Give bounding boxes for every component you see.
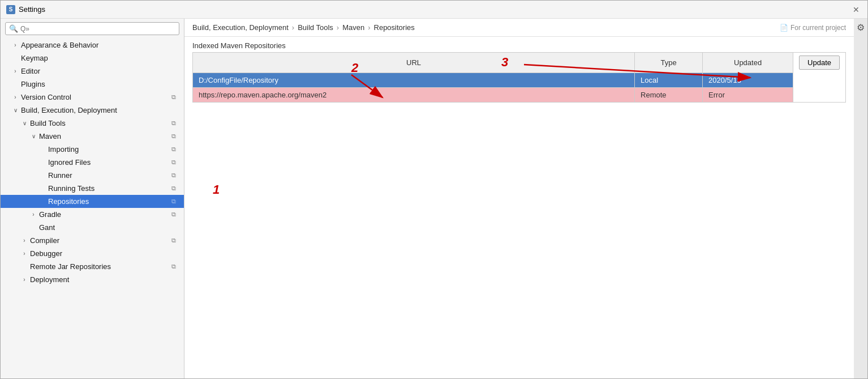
- sidebar-item-label: Importing: [48, 145, 169, 154]
- repo-table: URL Type Updated Update D:/ConfigFile/Re…: [192, 52, 846, 103]
- copy-icon: ⧉: [171, 198, 179, 206]
- sidebar: 🔍 › Appearance & Behavior Keymap › Edito…: [1, 19, 184, 378]
- sidebar-item-label: Build Tools: [30, 119, 169, 127]
- sidebar-item-label: Running Tests: [48, 184, 169, 193]
- sidebar-item-compiler[interactable]: › Compiler ⧉: [1, 234, 184, 247]
- main-content: 🔍 › Appearance & Behavior Keymap › Edito…: [1, 19, 867, 378]
- sidebar-item-deployment[interactable]: › Deployment: [1, 273, 184, 286]
- sidebar-item-remote-jar[interactable]: Remote Jar Repositories ⧉: [1, 260, 184, 273]
- sidebar-item-ignored-files[interactable]: Ignored Files ⧉: [1, 156, 184, 169]
- sidebar-item-maven[interactable]: ∨ Maven ⧉: [1, 130, 184, 143]
- arrow-icon: ›: [30, 211, 37, 218]
- sidebar-item-label: Runner: [48, 171, 169, 180]
- cell-updated: 2020/5/13: [703, 73, 793, 87]
- update-button[interactable]: Update: [799, 56, 840, 70]
- col-header-updated: Updated: [703, 53, 793, 73]
- app-icon: S: [6, 5, 15, 14]
- sidebar-item-version-control[interactable]: › Version Control ⧉: [1, 91, 184, 104]
- sidebar-item-label: Appearance & Behavior: [21, 41, 179, 49]
- document-icon: 📄: [780, 24, 788, 32]
- table-wrapper: URL Type Updated Update D:/ConfigFile/Re…: [192, 52, 846, 103]
- col-header-url: URL: [193, 53, 635, 73]
- sidebar-item-label: Version Control: [21, 93, 169, 101]
- cell-type: Local: [635, 73, 703, 87]
- sidebar-item-label: Gradle: [39, 210, 169, 219]
- sidebar-item-repositories[interactable]: Repositories ⧉: [1, 195, 184, 208]
- title-bar: S Settings ✕: [1, 1, 867, 19]
- arrow-icon: ∨: [12, 107, 19, 113]
- window-title: Settings: [19, 5, 45, 14]
- table-header-row: URL Type Updated Update: [193, 53, 846, 73]
- cell-action: [793, 73, 846, 87]
- breadcrumb: Build, Execution, Deployment › Build Too…: [184, 19, 854, 37]
- nav-group: › Appearance & Behavior Keymap › Editor …: [1, 39, 184, 286]
- copy-icon: ⧉: [171, 263, 179, 271]
- sidebar-item-label: Maven: [39, 132, 169, 140]
- sidebar-item-label: Editor: [21, 67, 179, 75]
- copy-icon: ⧉: [171, 133, 179, 140]
- sidebar-item-gradle[interactable]: › Gradle ⧉: [1, 208, 184, 221]
- search-box[interactable]: 🔍: [5, 22, 179, 35]
- col-header-action: Update: [793, 53, 846, 73]
- sidebar-item-label: Keymap: [21, 54, 179, 62]
- cell-url: https://repo.maven.apache.org/maven2: [193, 87, 635, 102]
- cell-type: Remote: [635, 87, 703, 102]
- sidebar-item-label: Debugger: [30, 249, 179, 258]
- arrow-icon: ›: [12, 94, 19, 100]
- sidebar-item-label: Repositories: [48, 197, 169, 206]
- sidebar-item-gant[interactable]: Gant: [1, 221, 184, 234]
- breadcrumb-part-3: Maven: [342, 23, 364, 32]
- arrow-icon: ›: [21, 276, 28, 283]
- sidebar-item-running-tests[interactable]: Running Tests ⧉: [1, 182, 184, 195]
- breadcrumb-sep-1: ›: [292, 23, 294, 32]
- copy-icon: ⧉: [171, 120, 179, 127]
- table-row[interactable]: https://repo.maven.apache.org/maven2 Rem…: [193, 87, 846, 102]
- sidebar-item-label: Plugins: [21, 80, 179, 88]
- cell-updated: Error: [703, 87, 793, 102]
- arrow-icon: ∨: [21, 120, 28, 126]
- sidebar-item-runner[interactable]: Runner ⧉: [1, 169, 184, 182]
- sidebar-item-label: Deployment: [30, 275, 179, 284]
- sidebar-item-build-exec[interactable]: ∨ Build, Execution, Deployment: [1, 104, 184, 117]
- svg-text:1: 1: [213, 182, 220, 197]
- copy-icon: ⧉: [171, 211, 179, 219]
- search-icon: 🔍: [9, 24, 18, 33]
- section-title: Indexed Maven Repositories: [184, 37, 854, 52]
- sidebar-item-plugins[interactable]: Plugins: [1, 78, 184, 91]
- breadcrumb-part-4: Repositories: [374, 23, 415, 32]
- search-input[interactable]: [20, 25, 175, 33]
- arrow-icon: ›: [21, 250, 28, 257]
- sidebar-item-build-tools[interactable]: ∨ Build Tools ⧉: [1, 117, 184, 130]
- arrow-icon: ›: [12, 68, 19, 74]
- arrow-icon: ›: [12, 42, 19, 48]
- breadcrumb-part-1: Build, Execution, Deployment: [192, 23, 289, 32]
- title-bar-left: S Settings: [6, 5, 45, 14]
- copy-icon: ⧉: [171, 172, 179, 180]
- for-project-text: For current project: [790, 24, 846, 32]
- close-button[interactable]: ✕: [850, 4, 862, 15]
- for-current-project: 📄 For current project: [780, 24, 846, 32]
- sidebar-item-editor[interactable]: › Editor: [1, 65, 184, 78]
- sidebar-item-label: Ignored Files: [48, 158, 169, 167]
- sidebar-item-label: Gant: [39, 223, 179, 232]
- copy-icon: ⧉: [171, 146, 179, 154]
- main-panel: Build, Execution, Deployment › Build Too…: [184, 19, 854, 378]
- table-row[interactable]: D:/ConfigFile/Repository Local 2020/5/13: [193, 73, 846, 87]
- col-header-type: Type: [635, 53, 703, 73]
- copy-icon: ⧉: [171, 237, 179, 245]
- arrow-icon: ∨: [30, 133, 37, 139]
- copy-icon: ⧉: [171, 159, 179, 167]
- sidebar-item-appearance[interactable]: › Appearance & Behavior: [1, 39, 184, 52]
- gear-icon[interactable]: ⚙: [857, 22, 865, 33]
- sidebar-item-importing[interactable]: Importing ⧉: [1, 143, 184, 156]
- breadcrumb-part-2: Build Tools: [298, 23, 333, 32]
- sidebar-item-label: Remote Jar Repositories: [30, 262, 169, 271]
- repo-table-container: URL Type Updated Update D:/ConfigFile/Re…: [184, 52, 854, 378]
- sidebar-item-label: Compiler: [30, 236, 169, 245]
- sidebar-item-label: Build, Execution, Deployment: [21, 106, 179, 114]
- settings-window: S Settings ✕ 🔍 › Appearance & Behavior K…: [0, 0, 868, 379]
- sidebar-item-keymap[interactable]: Keymap: [1, 52, 184, 65]
- cell-action: [793, 87, 846, 102]
- sidebar-item-debugger[interactable]: › Debugger: [1, 247, 184, 260]
- arrow-icon: ›: [21, 237, 28, 244]
